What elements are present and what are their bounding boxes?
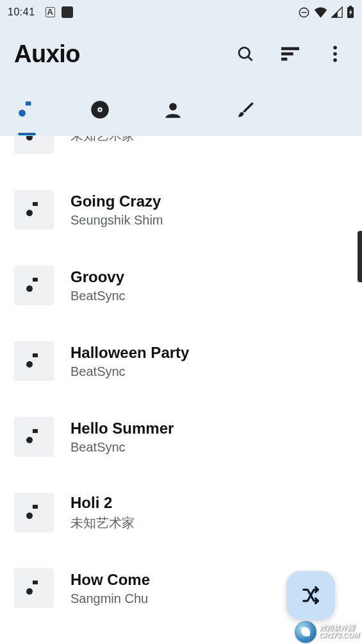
svg-line-5	[248, 56, 252, 60]
track-thumbnail	[14, 568, 54, 608]
status-placeholder-icon	[62, 6, 73, 18]
music-note-icon	[24, 579, 44, 598]
music-note-icon	[24, 276, 44, 295]
track-list[interactable]: 未知艺术家Going CrazySeungshik ShimGroovyBeat…	[0, 136, 362, 644]
sort-button[interactable]	[281, 45, 299, 63]
track-row[interactable]: Holi 2未知艺术家	[0, 475, 362, 550]
music-note-icon	[24, 136, 44, 144]
track-artist: 未知艺术家	[70, 514, 135, 532]
track-artist: Sangmin Chu	[70, 591, 150, 606]
track-row[interactable]: 未知艺术家	[0, 136, 362, 172]
svg-point-11	[333, 58, 337, 62]
tab-indicator	[18, 133, 36, 135]
tab-songs[interactable]	[13, 96, 41, 124]
track-row[interactable]: Going CrazySeungshik Shim	[0, 172, 362, 248]
shuffle-icon	[301, 586, 320, 605]
track-thumbnail	[14, 493, 54, 532]
brush-icon	[237, 101, 255, 119]
cell-signal-icon	[331, 6, 343, 18]
battery-charging-icon	[347, 6, 354, 19]
svg-point-9	[333, 46, 337, 49]
tab-albums[interactable]	[86, 96, 114, 124]
music-note-icon	[24, 352, 44, 371]
svg-point-15	[169, 103, 177, 111]
tab-artists[interactable]	[159, 96, 187, 124]
track-title: How Come	[70, 571, 150, 589]
track-info: Halloween PartyBeatSync	[70, 344, 189, 379]
track-row[interactable]: Halloween PartyBeatSync	[0, 323, 362, 399]
music-note-icon	[24, 427, 44, 446]
track-info: 未知艺术家	[70, 136, 135, 144]
svg-rect-3	[349, 6, 352, 8]
wifi-icon	[314, 6, 327, 18]
tab-genres[interactable]	[232, 96, 260, 124]
track-thumbnail	[14, 136, 54, 154]
music-note-icon	[19, 99, 35, 120]
album-icon	[90, 100, 110, 119]
music-note-icon	[24, 503, 44, 522]
search-button[interactable]	[236, 45, 254, 63]
status-bar: 10:41 A	[0, 0, 362, 24]
track-title: Groovy	[70, 268, 126, 286]
track-artist: BeatSync	[70, 289, 126, 303]
track-info: How ComeSangmin Chu	[70, 571, 150, 606]
track-info: Hello SummerBeatSync	[70, 419, 174, 455]
sort-icon	[281, 47, 299, 61]
more-button[interactable]	[326, 45, 344, 63]
person-icon	[164, 101, 182, 119]
more-vert-icon	[333, 46, 338, 62]
svg-rect-6	[281, 47, 299, 51]
track-row[interactable]: GroovyBeatSync	[0, 248, 362, 323]
track-title: Hello Summer	[70, 419, 174, 437]
track-title: Going Crazy	[70, 192, 163, 210]
svg-point-10	[333, 52, 337, 56]
do-not-disturb-icon	[298, 6, 310, 19]
svg-point-4	[239, 47, 249, 58]
scrollbar-thumb[interactable]	[358, 231, 362, 282]
app-bar: Auxio	[0, 24, 362, 83]
app-title: Auxio	[14, 40, 80, 68]
tab-bar	[0, 83, 362, 136]
track-title: Holi 2	[70, 494, 135, 512]
status-time: 10:41	[8, 6, 35, 18]
track-info: Going CrazySeungshik Shim	[70, 192, 163, 228]
search-icon	[236, 45, 254, 63]
track-row[interactable]: Hello SummerBeatSync	[0, 399, 362, 475]
track-artist: 未知艺术家	[70, 136, 135, 144]
track-info: Holi 2未知艺术家	[70, 494, 135, 532]
shuffle-fab[interactable]	[286, 571, 335, 620]
track-thumbnail	[14, 341, 54, 381]
svg-rect-7	[281, 53, 293, 56]
track-info: GroovyBeatSync	[70, 268, 126, 303]
track-thumbnail	[14, 417, 54, 457]
track-title: Halloween Party	[70, 344, 189, 362]
music-note-icon	[24, 200, 44, 219]
keyboard-indicator: A	[45, 7, 55, 17]
svg-rect-8	[281, 58, 287, 61]
track-artist: BeatSync	[70, 364, 189, 379]
track-thumbnail	[14, 266, 54, 305]
track-thumbnail	[14, 190, 54, 230]
track-artist: BeatSync	[70, 440, 174, 455]
svg-point-14	[99, 109, 101, 111]
track-artist: Seungshik Shim	[70, 213, 163, 228]
